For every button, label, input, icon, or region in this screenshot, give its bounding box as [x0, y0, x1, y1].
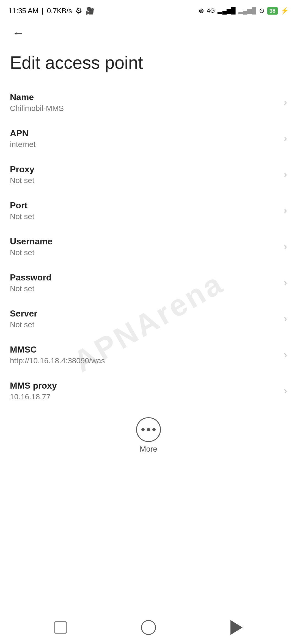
setting-item-name[interactable]: Name Chilimobil-MMS ›	[0, 84, 297, 121]
signal-bars2-icon: ▂▄▆█	[238, 7, 256, 14]
setting-label-mmsc: MMSC	[10, 345, 278, 355]
status-right: ⊛ 4G ▂▄▆█ ▂▄▆█ ⊙ 38 ⚡	[199, 7, 289, 15]
status-time: 11:35 AM	[8, 7, 38, 15]
dot-2	[147, 428, 150, 431]
settings-list: Name Chilimobil-MMS › APN internet › Pro…	[0, 84, 297, 409]
setting-value-username: Not set	[10, 248, 278, 257]
setting-label-mms-proxy: MMS proxy	[10, 381, 278, 391]
setting-text-name: Name Chilimobil-MMS	[10, 92, 278, 113]
chevron-icon-mmsc: ›	[284, 349, 287, 361]
nav-bar: ←	[0, 19, 297, 47]
setting-label-port: Port	[10, 200, 278, 211]
chevron-icon-password: ›	[284, 277, 287, 288]
chevron-icon-server: ›	[284, 313, 287, 324]
chevron-icon-username: ›	[284, 241, 287, 252]
battery-indicator: 38	[267, 7, 278, 15]
home-icon	[141, 620, 156, 635]
dot-1	[141, 428, 145, 431]
status-bar: 11:35 AM | 0.7KB/s ⚙ 🎥 ⊛ 4G ▂▄▆█ ▂▄▆█ ⊙ …	[0, 0, 297, 19]
setting-value-mms-proxy: 10.16.18.77	[10, 392, 278, 401]
settings-icon: ⚙	[75, 6, 82, 15]
setting-text-password: Password Not set	[10, 272, 278, 293]
dot-3	[152, 428, 156, 431]
more-label: More	[140, 445, 157, 454]
setting-text-username: Username Not set	[10, 236, 278, 257]
setting-value-password: Not set	[10, 284, 278, 293]
setting-label-proxy: Proxy	[10, 164, 278, 174]
back-button[interactable]: ←	[10, 25, 26, 41]
chevron-icon-port: ›	[284, 205, 287, 216]
more-button[interactable]	[136, 417, 161, 442]
setting-text-proxy: Proxy Not set	[10, 164, 278, 185]
setting-item-mms-proxy[interactable]: MMS proxy 10.16.18.77 ›	[0, 373, 297, 409]
page-title: Edit access point	[0, 47, 297, 84]
signal-bars-icon: ▂▄▆█	[218, 7, 235, 14]
setting-item-apn[interactable]: APN internet ›	[0, 121, 297, 157]
more-button-area: More	[0, 409, 297, 459]
back-icon	[230, 620, 243, 635]
setting-item-mmsc[interactable]: MMSC http://10.16.18.4:38090/was ›	[0, 337, 297, 373]
setting-text-server: Server Not set	[10, 309, 278, 329]
setting-label-server: Server	[10, 309, 278, 319]
setting-text-mms-proxy: MMS proxy 10.16.18.77	[10, 381, 278, 401]
setting-text-port: Port Not set	[10, 200, 278, 221]
setting-item-password[interactable]: Password Not set ›	[0, 265, 297, 301]
setting-item-port[interactable]: Port Not set ›	[0, 193, 297, 229]
wifi-icon: ⊙	[259, 7, 265, 15]
setting-text-apn: APN internet	[10, 128, 278, 149]
status-left: 11:35 AM | 0.7KB/s ⚙ 🎥	[8, 6, 94, 15]
nav-home-button[interactable]	[139, 618, 158, 637]
setting-label-password: Password	[10, 272, 278, 283]
bluetooth-icon: ⊛	[199, 7, 204, 15]
setting-value-server: Not set	[10, 320, 278, 329]
status-speed: |	[42, 7, 44, 15]
chevron-icon-proxy: ›	[284, 169, 287, 180]
setting-value-mmsc: http://10.16.18.4:38090/was	[10, 356, 278, 365]
setting-value-port: Not set	[10, 212, 278, 221]
chevron-icon-apn: ›	[284, 133, 287, 144]
setting-label-username: Username	[10, 236, 278, 247]
nav-recent-apps-button[interactable]	[51, 618, 70, 637]
recent-apps-icon	[54, 621, 67, 634]
setting-item-server[interactable]: Server Not set ›	[0, 301, 297, 337]
setting-item-username[interactable]: Username Not set ›	[0, 229, 297, 265]
setting-value-proxy: Not set	[10, 176, 278, 185]
charging-icon: ⚡	[280, 7, 289, 15]
camera-icon: 🎥	[86, 7, 94, 15]
bottom-nav	[0, 611, 297, 644]
setting-value-apn: internet	[10, 140, 278, 149]
setting-label-apn: APN	[10, 128, 278, 138]
setting-item-proxy[interactable]: Proxy Not set ›	[0, 157, 297, 193]
signal-4g-icon: 4G	[207, 7, 215, 14]
setting-label-name: Name	[10, 92, 278, 102]
status-network-speed: 0.7KB/s	[47, 7, 72, 15]
setting-text-mmsc: MMSC http://10.16.18.4:38090/was	[10, 345, 278, 365]
nav-back-button[interactable]	[227, 618, 246, 637]
setting-value-name: Chilimobil-MMS	[10, 104, 278, 113]
chevron-icon-mms-proxy: ›	[284, 385, 287, 397]
more-dots-icon	[141, 428, 156, 431]
chevron-icon-name: ›	[284, 97, 287, 108]
